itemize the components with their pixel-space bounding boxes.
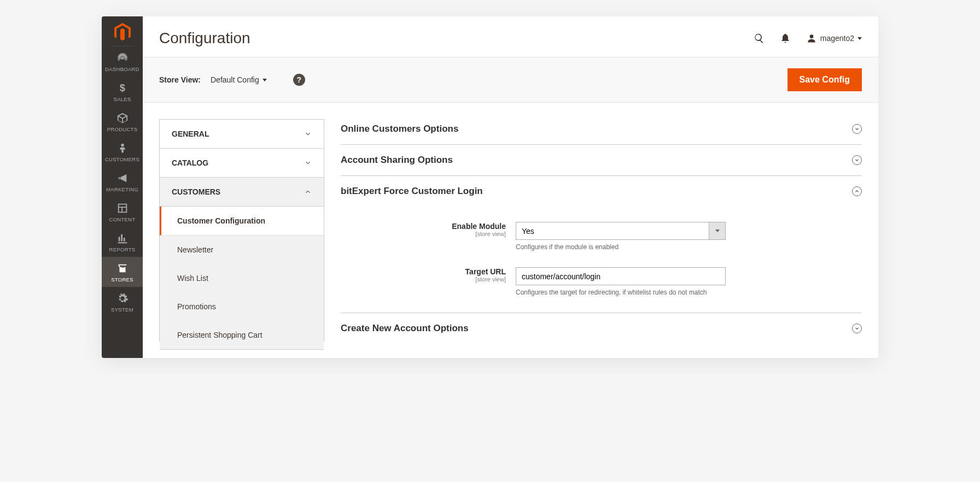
- select-value: Yes: [522, 227, 534, 236]
- config-tab-catalog[interactable]: CATALOG: [160, 149, 324, 178]
- nav-marketing[interactable]: MARKETING: [102, 167, 143, 197]
- chevron-up-icon: [304, 188, 312, 196]
- chevron-down-icon: [304, 130, 312, 138]
- store-view-label: Store View:: [159, 75, 201, 84]
- dollar-icon: $: [116, 82, 129, 94]
- field-hint: Configures if the module is enabled: [516, 243, 726, 251]
- config-sub-items: Customer Configuration Newsletter Wish L…: [160, 207, 324, 350]
- nav-dashboard[interactable]: DASHBOARD: [102, 46, 143, 77]
- chevron-down-icon: [858, 37, 862, 40]
- chart-icon: [116, 232, 129, 244]
- field-label: Enable Module: [341, 222, 506, 231]
- header-actions: magento2: [754, 33, 862, 44]
- nav-label: CONTENT: [109, 216, 135, 222]
- nav-label: CUSTOMERS: [105, 156, 139, 162]
- enable-module-select[interactable]: Yes: [516, 222, 726, 240]
- section-title: Online Customers Options: [341, 124, 458, 134]
- section-title: bitExpert Force Customer Login: [341, 186, 483, 197]
- config-tab-label: CUSTOMERS: [172, 187, 220, 196]
- nav-products[interactable]: PRODUCTS: [102, 107, 143, 137]
- row-enable-module: Enable Module [store view] Yes Configure…: [341, 222, 862, 251]
- collapse-icon: [852, 186, 862, 196]
- nav-customers[interactable]: CUSTOMERS: [102, 137, 143, 167]
- sub-item-customer-config[interactable]: Customer Configuration: [160, 207, 324, 236]
- chevron-down-icon: [304, 159, 312, 167]
- box-icon: [116, 112, 129, 124]
- section-title: Account Sharing Options: [341, 155, 453, 166]
- sub-item-promotions[interactable]: Promotions: [160, 292, 324, 321]
- sub-item-wishlist[interactable]: Wish List: [160, 264, 324, 292]
- expand-icon: [852, 155, 862, 165]
- expand-icon: [852, 324, 862, 333]
- svg-point-3: [809, 34, 813, 38]
- nav-label: SYSTEM: [111, 307, 133, 313]
- target-url-input[interactable]: [516, 267, 726, 285]
- section-force-login[interactable]: bitExpert Force Customer Login: [341, 176, 862, 207]
- layout-icon: [116, 202, 129, 214]
- magento-logo[interactable]: [111, 16, 134, 46]
- config-tab-label: CATALOG: [172, 158, 208, 167]
- nav-stores[interactable]: STORES: [102, 257, 143, 287]
- svg-text:$: $: [119, 82, 125, 93]
- sub-item-persistent-cart[interactable]: Persistent Shopping Cart: [160, 321, 324, 349]
- store-view-selector: Store View: Default Config ?: [159, 74, 305, 86]
- nav-label: STORES: [111, 277, 133, 283]
- page-title: Configuration: [159, 30, 250, 47]
- person-icon: [116, 142, 129, 154]
- svg-point-0: [121, 57, 124, 60]
- nav-sales[interactable]: $ SALES: [102, 77, 143, 107]
- nav-label: SALES: [113, 96, 131, 102]
- nav-label: REPORTS: [109, 246, 136, 252]
- nav-system[interactable]: SYSTEM: [102, 287, 143, 317]
- megaphone-icon: [116, 172, 129, 184]
- section-account-sharing[interactable]: Account Sharing Options: [341, 145, 862, 176]
- store-icon: [116, 262, 129, 274]
- config-tab-label: GENERAL: [172, 130, 209, 138]
- chevron-down-icon: [709, 222, 725, 239]
- app-window: DASHBOARD $ SALES PRODUCTS CUSTOMERS MAR…: [102, 16, 878, 358]
- user-menu[interactable]: magento2: [806, 33, 862, 44]
- section-force-login-body: Enable Module [store view] Yes Configure…: [341, 207, 862, 313]
- main-area: Configuration magento2 Store View: Defau…: [143, 16, 878, 358]
- user-name: magento2: [820, 34, 854, 43]
- nav-reports[interactable]: REPORTS: [102, 227, 143, 257]
- gear-icon: [116, 292, 129, 304]
- section-create-account[interactable]: Create New Account Options: [341, 313, 862, 344]
- field-hint: Configures the target for redirecting, i…: [516, 289, 726, 296]
- section-title: Create New Account Options: [341, 323, 469, 334]
- search-icon[interactable]: [754, 33, 765, 44]
- toolbar: Store View: Default Config ? Save Config: [143, 57, 878, 103]
- save-config-button[interactable]: Save Config: [788, 68, 862, 91]
- expand-icon: [852, 124, 862, 134]
- svg-point-2: [121, 144, 124, 147]
- dashboard-icon: [116, 52, 129, 64]
- row-target-url: Target URL [store view] Configures the t…: [341, 267, 862, 296]
- nav-content[interactable]: CONTENT: [102, 197, 143, 227]
- nav-label: MARKETING: [106, 186, 138, 192]
- field-scope: [store view]: [341, 231, 506, 237]
- store-view-value: Default Config: [211, 75, 259, 84]
- field-label: Target URL: [341, 267, 506, 276]
- nav-label: DASHBOARD: [105, 66, 139, 72]
- section-online-customers[interactable]: Online Customers Options: [341, 119, 862, 145]
- help-icon[interactable]: ?: [293, 74, 305, 86]
- config-tab-general[interactable]: GENERAL: [160, 120, 324, 149]
- main-sidebar: DASHBOARD $ SALES PRODUCTS CUSTOMERS MAR…: [102, 16, 143, 358]
- store-view-dropdown[interactable]: Default Config: [211, 75, 267, 84]
- user-icon: [806, 33, 817, 44]
- config-nav: GENERAL CATALOG CUSTOMERS Customer Confi…: [159, 119, 324, 342]
- config-content: Online Customers Options Account Sharing…: [324, 119, 862, 342]
- chevron-down-icon: [262, 79, 267, 81]
- bell-icon[interactable]: [780, 33, 791, 44]
- sub-item-newsletter[interactable]: Newsletter: [160, 236, 324, 264]
- nav-label: PRODUCTS: [107, 126, 138, 132]
- page-header: Configuration magento2: [143, 16, 878, 57]
- config-tab-customers[interactable]: CUSTOMERS: [160, 178, 324, 207]
- field-scope: [store view]: [341, 276, 506, 283]
- content-area: GENERAL CATALOG CUSTOMERS Customer Confi…: [143, 103, 878, 358]
